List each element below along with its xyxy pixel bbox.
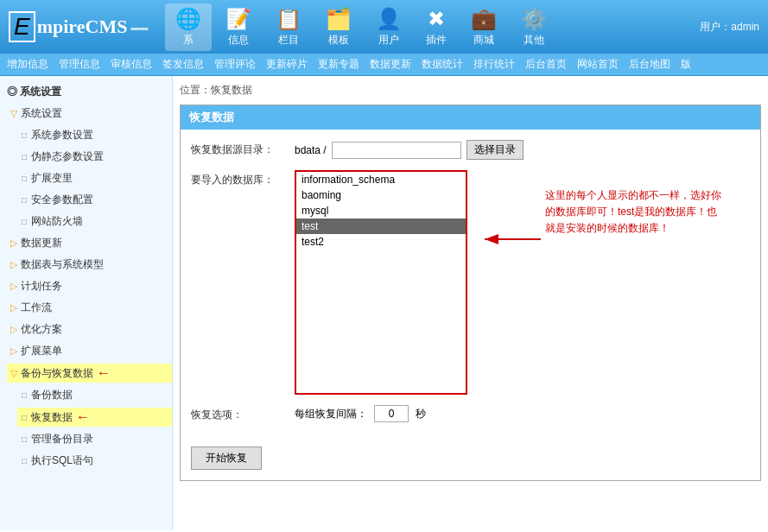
tree-node-sys-settings[interactable]: ▽ 系统设置 xyxy=(7,104,172,123)
db-label: 要导入的数据库： xyxy=(191,170,295,187)
tree-node-ext-menu[interactable]: ▷ 扩展菜单 xyxy=(7,342,172,360)
nav-label-other: 其他 xyxy=(524,33,544,48)
panel-header: 恢复数据 xyxy=(181,105,760,130)
second-nav-update-topic[interactable]: 更新专题 xyxy=(318,57,359,72)
second-nav-backend-map[interactable]: 后台地图 xyxy=(629,57,670,72)
nav-label-column: 栏目 xyxy=(278,33,299,48)
second-nav-data-stats[interactable]: 数据统计 xyxy=(422,57,463,72)
select-dir-button[interactable]: 选择目录 xyxy=(467,140,524,160)
tree-label-exec-sql: 执行SQL语句 xyxy=(31,453,93,468)
file-icon-3: □ xyxy=(17,174,31,183)
interval-unit: 秒 xyxy=(416,407,426,421)
folder-open-icon-2: ▽ xyxy=(7,368,21,379)
second-nav-manage-comment[interactable]: 管理评论 xyxy=(214,57,256,72)
nav-item-column[interactable]: 📋 栏目 xyxy=(265,3,312,51)
user-icon: 👤 xyxy=(376,7,402,31)
tree-item-data-model: ▷ 数据表与系统模型 xyxy=(0,254,172,276)
second-nav-manage-info[interactable]: 管理信息 xyxy=(59,57,100,72)
tree-label-data-update: 数据更新 xyxy=(21,236,62,250)
dir-prefix: bdata / xyxy=(295,144,327,156)
annotation-arrow xyxy=(480,222,549,259)
tree-node-sys-params[interactable]: □ 系统参数设置 xyxy=(17,126,172,144)
tree-node-security[interactable]: □ 安全参数配置 xyxy=(17,191,172,209)
tree-node-ext-var[interactable]: □ 扩展变里 xyxy=(17,169,172,187)
panel-body: 恢复数据源目录： bdata / 选择目录 要导入的数据库： in xyxy=(181,130,760,480)
tree-label-ext-var: 扩展变里 xyxy=(31,171,73,186)
nav-item-shop[interactable]: 💼 商城 xyxy=(460,3,507,51)
nav-item-other[interactable]: ⚙️ 其他 xyxy=(511,3,557,51)
nav-item-system[interactable]: 🌐 系 xyxy=(165,3,212,51)
nav-item-template[interactable]: 🗂️ 模板 xyxy=(315,3,362,51)
folder-closed-icon-1: ▷ xyxy=(7,238,21,249)
tree-node-firewall[interactable]: □ 网站防火墙 xyxy=(17,212,172,231)
tree-node-data-model[interactable]: ▷ 数据表与系统模型 xyxy=(7,256,172,274)
tree-node-manage-backup[interactable]: □ 管理备份目录 xyxy=(17,430,172,448)
recovery-options-row: 恢复选项： 每组恢复间隔： 秒 xyxy=(191,405,750,433)
logo: E mpireCMS ▬▬ xyxy=(9,11,148,42)
file-icon-5: □ xyxy=(17,217,31,226)
tree-item-workflow: ▷ 工作流 xyxy=(0,297,172,319)
second-nav-site-home[interactable]: 网站首页 xyxy=(577,57,619,72)
other-icon: ⚙️ xyxy=(521,7,547,31)
db-option-mysql[interactable]: mysql xyxy=(296,203,466,218)
tree-node-backup[interactable]: ▽ 备份与恢复数据 ← xyxy=(7,364,172,383)
nav-item-user[interactable]: 👤 用户 xyxy=(365,3,412,51)
second-nav-backend-home[interactable]: 后台首页 xyxy=(525,57,567,72)
start-recovery-button[interactable]: 开始恢复 xyxy=(191,446,262,470)
tree-label-firewall: 网站防火墙 xyxy=(31,214,83,229)
logo-underline: ▬▬ xyxy=(130,22,148,32)
nav-item-info[interactable]: 📝 信息 xyxy=(215,3,262,51)
tree-label-manage-backup: 管理备份目录 xyxy=(31,432,93,446)
file-icon-backup: □ xyxy=(17,390,31,400)
db-option-baoming[interactable]: baoming xyxy=(296,187,466,203)
tree-item-scheduled: ▷ 计划任务 xyxy=(0,276,172,297)
db-select-list[interactable]: information_schema baoming mysql test te… xyxy=(295,170,467,395)
second-nav-version[interactable]: 版 xyxy=(681,57,691,72)
nav-label-user: 用户 xyxy=(378,33,399,48)
second-nav-review-info[interactable]: 审核信息 xyxy=(111,57,152,72)
tree-node-scheduled[interactable]: ▷ 计划任务 xyxy=(7,277,172,295)
tree-label-scheduled: 计划任务 xyxy=(21,279,62,294)
tree-node-restore-data[interactable]: □ 恢复数据 ← xyxy=(17,408,172,427)
tree-node-pseudo-static[interactable]: □ 伪静态参数设置 xyxy=(17,148,172,166)
folder-closed-icon-6: ▷ xyxy=(7,345,21,357)
tree-node-data-update[interactable]: ▷ 数据更新 xyxy=(7,234,172,252)
dir-input-group: bdata / 选择目录 xyxy=(295,140,750,160)
folder-closed-icon-4: ▷ xyxy=(7,302,21,314)
file-icon-restore: □ xyxy=(17,413,31,422)
nav-item-plugin[interactable]: ✖ 插件 xyxy=(416,3,457,51)
tree-node-backup-data[interactable]: □ 备份数据 xyxy=(17,386,172,404)
db-option-test2[interactable]: test2 xyxy=(296,234,466,250)
interval-input[interactable] xyxy=(374,405,409,422)
tree-label-sys-params: 系统参数设置 xyxy=(31,128,93,142)
db-option-test[interactable]: test xyxy=(296,218,466,234)
tree-label-data-model: 数据表与系统模型 xyxy=(21,257,104,272)
nav-items: 🌐 系 📝 信息 📋 栏目 🗂️ 模板 👤 用户 ✖ 插件 💼 商城 ⚙️ xyxy=(165,3,557,51)
tree-item-security: □ 安全参数配置 xyxy=(0,189,172,211)
tree-label-workflow: 工作流 xyxy=(21,301,52,315)
arrow-backup: ← xyxy=(97,365,111,381)
top-nav-bar: E mpireCMS ▬▬ 🌐 系 📝 信息 📋 栏目 🗂️ 模板 👤 用户 ✖… xyxy=(0,0,768,54)
second-nav-rank-stats[interactable]: 排行统计 xyxy=(473,57,515,72)
tree-node-optimize[interactable]: ▷ 优化方案 xyxy=(7,320,172,339)
tree-label-security: 安全参数配置 xyxy=(31,193,93,207)
dir-text-input[interactable] xyxy=(332,142,461,159)
column-icon: 📋 xyxy=(276,7,301,31)
second-nav-publish-info[interactable]: 签发信息 xyxy=(162,57,204,72)
tree-item-sys-settings: ▽ 系统设置 xyxy=(0,103,172,124)
folder-closed-icon-3: ▷ xyxy=(7,281,21,292)
second-nav-data-update[interactable]: 数据更新 xyxy=(370,57,411,72)
tree-item-ext-var: □ 扩展变里 xyxy=(0,168,172,189)
second-nav-add-info[interactable]: 增加信息 xyxy=(7,57,48,72)
nav-label-plugin: 插件 xyxy=(426,33,447,48)
folder-open-icon: ▽ xyxy=(7,108,21,119)
arrow-svg xyxy=(480,222,549,256)
db-control: information_schema baoming mysql test te… xyxy=(295,170,750,395)
tree-node-workflow[interactable]: ▷ 工作流 xyxy=(7,299,172,317)
main-panel: 恢复数据 恢复数据源目录： bdata / 选择目录 要导入的数据库： xyxy=(180,104,761,481)
plugin-icon: ✖ xyxy=(428,7,445,31)
second-nav-update-snippet[interactable]: 更新碎片 xyxy=(266,57,308,72)
db-option-information-schema[interactable]: information_schema xyxy=(296,172,466,187)
db-row: 要导入的数据库： information_schema baoming mysq… xyxy=(191,170,750,395)
tree-node-exec-sql[interactable]: □ 执行SQL语句 xyxy=(17,452,172,470)
